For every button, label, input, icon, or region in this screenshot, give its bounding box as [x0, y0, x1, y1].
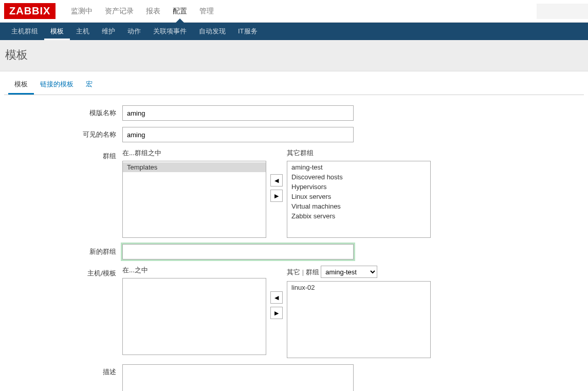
list-item[interactable]: Virtual machines: [287, 201, 430, 211]
sub-menu: 主机群组 模板 主机 维护 动作 关联项事件 自动发现 IT服务: [0, 23, 588, 40]
arrow-right-icon: ▶: [274, 310, 279, 316]
sub-menu-actions[interactable]: 动作: [121, 23, 147, 40]
hosts-other-listbox[interactable]: linux-02: [287, 281, 431, 358]
top-right-placeholder: [537, 4, 588, 19]
hosts-group-select[interactable]: aming-test: [321, 266, 377, 278]
caption-separator: |: [302, 268, 306, 276]
template-name-input[interactable]: [122, 105, 354, 121]
label-template-name: 模版名称: [9, 105, 122, 121]
list-item[interactable]: linux-02: [287, 283, 430, 292]
groups-other-caption: 其它群组: [287, 148, 431, 158]
hosts-move-right-button[interactable]: ▶: [270, 307, 283, 319]
groups-move-right-button[interactable]: ▶: [270, 190, 283, 202]
tab-linked-templates[interactable]: 链接的模板: [34, 76, 80, 95]
hosts-move-left-button[interactable]: ◀: [270, 291, 283, 304]
sub-menu-discovery[interactable]: 自动发现: [193, 23, 232, 40]
hosts-in-caption: 在...之中: [122, 266, 266, 275]
list-item[interactable]: Templates: [123, 162, 266, 172]
groups-dual-list: 在...群组之中 Templates ◀ ▶ 其它群组 aming-test: [122, 148, 431, 238]
visible-name-input[interactable]: [122, 127, 354, 142]
hosts-in-listbox[interactable]: [122, 278, 266, 355]
groups-move-left-button[interactable]: ◀: [270, 174, 283, 187]
label-new-group: 新的群组: [9, 244, 122, 259]
list-item[interactable]: aming-test: [287, 162, 430, 172]
groups-in-listbox[interactable]: Templates: [122, 161, 266, 238]
arrow-right-icon: ▶: [274, 193, 279, 199]
form-panel: 模板 链接的模板 宏 模版名称 可见的名称 群组 在...群组之中: [4, 76, 584, 391]
arrow-left-icon: ◀: [274, 177, 279, 183]
arrow-left-icon: ◀: [274, 294, 279, 301]
sub-menu-itservices[interactable]: IT服务: [232, 23, 264, 40]
label-hosts-templates: 主机/模板: [9, 266, 122, 358]
form-body: 模版名称 可见的名称 群组 在...群组之中 Templates: [4, 95, 584, 391]
form-tabs: 模板 链接的模板 宏: [4, 76, 584, 95]
label-description: 描述: [9, 364, 122, 391]
main-menu: 监测中 资产记录 报表 配置 管理: [65, 0, 220, 22]
sub-menu-maintenance[interactable]: 维护: [96, 23, 121, 40]
main-menu-configuration[interactable]: 配置: [167, 0, 193, 22]
list-item[interactable]: Hypervisors: [287, 182, 430, 192]
hosts-other-caption-right: 群组: [306, 268, 319, 276]
hosts-dual-list: 在...之中 ◀ ▶ 其它 | 群组 aming-test: [122, 266, 431, 358]
new-group-input[interactable]: [122, 244, 354, 259]
label-visible-name: 可见的名称: [9, 127, 122, 142]
hosts-other-caption: 其它 | 群组 aming-test: [287, 266, 431, 278]
description-textarea[interactable]: [122, 364, 354, 391]
brand-logo: ZABBIX: [4, 3, 56, 19]
tab-template[interactable]: 模板: [8, 76, 34, 95]
label-groups: 群组: [9, 148, 122, 238]
sub-menu-correlation[interactable]: 关联项事件: [147, 23, 193, 40]
hosts-other-caption-left: 其它: [287, 268, 300, 276]
list-item[interactable]: Zabbix servers: [287, 211, 430, 221]
list-item[interactable]: Linux servers: [287, 192, 430, 201]
main-menu-monitoring[interactable]: 监测中: [65, 0, 99, 22]
tab-macros[interactable]: 宏: [80, 76, 99, 95]
groups-other-listbox[interactable]: aming-test Discovered hosts Hypervisors …: [287, 161, 431, 238]
main-menu-inventory[interactable]: 资产记录: [99, 0, 140, 22]
main-menu-administration[interactable]: 管理: [193, 0, 220, 22]
groups-in-caption: 在...群组之中: [122, 148, 266, 158]
top-bar: ZABBIX 监测中 资产记录 报表 配置 管理: [0, 0, 588, 23]
sub-menu-hosts[interactable]: 主机: [70, 23, 96, 40]
list-item[interactable]: Discovered hosts: [287, 172, 430, 182]
main-menu-reports[interactable]: 报表: [140, 0, 167, 22]
sub-menu-templates[interactable]: 模板: [44, 23, 70, 40]
page-title: 模板: [0, 40, 588, 71]
sub-menu-hostgroups[interactable]: 主机群组: [5, 23, 44, 40]
